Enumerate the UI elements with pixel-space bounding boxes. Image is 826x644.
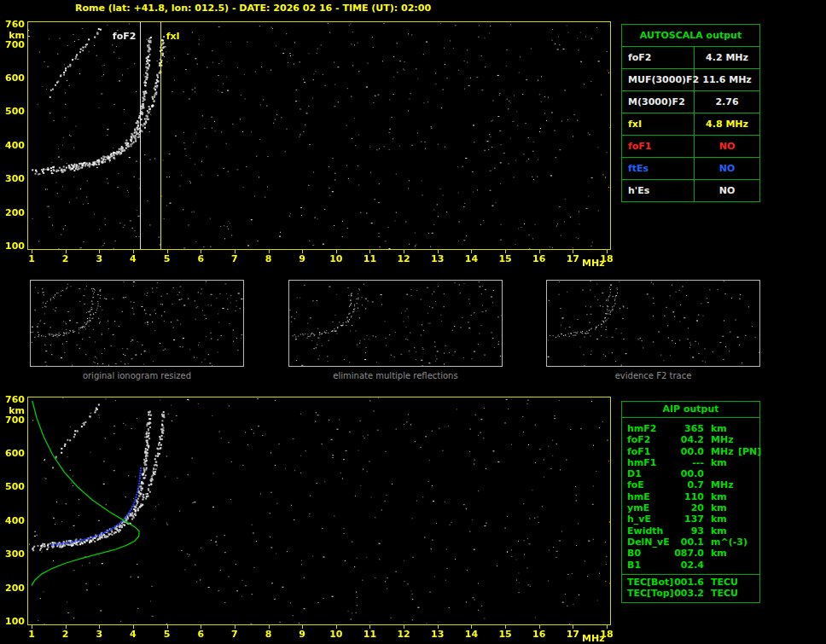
autoscala-row-value: 4.2 MHz — [695, 47, 759, 68]
y-axis-tick-label: 100 — [2, 241, 25, 251]
aip-row-unit: km — [704, 548, 735, 559]
x-axis-tick — [133, 250, 134, 253]
aip-row: TEC[Top]003.2TECU — [627, 588, 759, 599]
autoscala-row-param: M(3000)F2 — [622, 91, 695, 113]
autoscala-output-table: AUTOSCALA output foF24.2 MHzMUF(3000)F21… — [621, 24, 760, 202]
aip-row-unit: TECU — [704, 577, 735, 588]
x-axis-tick — [167, 250, 168, 253]
aip-row-extra — [735, 548, 759, 559]
autoscala-row: foF24.2 MHz — [622, 47, 759, 69]
y-axis-tick-label: 600 — [2, 449, 25, 458]
mini-panel-caption-f2-trace: evidence F2 trace — [546, 371, 760, 380]
y-axis-tick-label: 500 — [2, 107, 25, 116]
ionogram-canvas-bottom — [28, 397, 610, 624]
x-axis-tick-label: 2 — [62, 254, 69, 264]
aip-row: foE0.7MHz — [627, 479, 759, 490]
x-axis-tick — [369, 625, 370, 629]
x-axis-tick — [438, 250, 439, 253]
aip-table-title: AIP output — [622, 402, 759, 418]
x-axis-tick — [235, 250, 236, 253]
aip-row-unit — [704, 560, 735, 571]
x-axis-tick-label: 18 — [600, 629, 613, 639]
autoscala-row-value: NO — [695, 158, 759, 179]
aip-row-unit: MHz — [704, 479, 735, 490]
autoscala-row: M(3000)F22.76 — [622, 91, 759, 113]
mini-panel-no-multiples — [288, 280, 503, 367]
x-axis-tick — [201, 625, 201, 629]
x-axis-tick-label: 1 — [28, 254, 35, 264]
aip-row-extra — [735, 537, 759, 548]
x-axis-tick-label: 10 — [329, 629, 342, 639]
aip-row-unit: km — [704, 457, 735, 468]
autoscala-row: h'EsNO — [622, 180, 759, 201]
aip-row-value: 04.2 — [673, 434, 704, 445]
aip-row-param: hmF1 — [627, 457, 673, 468]
x-axis-tick-label: 9 — [299, 254, 305, 264]
aip-row: B0087.0km — [627, 548, 759, 559]
aip-row-unit: km — [704, 423, 735, 434]
aip-row-value: 93 — [673, 525, 704, 537]
x-axis-tick — [607, 625, 608, 629]
aip-row-extra — [735, 434, 759, 445]
mini-panel-original — [30, 280, 244, 367]
x-axis-tick — [66, 250, 67, 253]
x-axis-tick — [471, 250, 472, 253]
x-axis-tick — [269, 250, 270, 253]
x-axis-tick-label: 13 — [431, 629, 444, 639]
aip-row-param: TEC[Top] — [627, 588, 673, 599]
y-axis-tick-label: 700 — [2, 40, 25, 49]
autoscala-row-param: foF1 — [622, 136, 695, 157]
mini-ionogram-canvas-original — [31, 281, 243, 366]
x-axis-tick — [607, 250, 608, 253]
x-axis-tick-label: 3 — [96, 254, 102, 264]
aip-row-value: --- — [673, 457, 704, 468]
aip-row-value: 365 — [673, 423, 704, 434]
y-axis-unit-label: km — [2, 31, 25, 40]
aip-row-value: 003.2 — [673, 588, 704, 599]
y-axis-tick-label: 400 — [2, 141, 25, 150]
aip-row-param: DelN_vE — [627, 537, 673, 548]
aip-row-param: Ewidth — [627, 525, 673, 537]
autoscala-row-value: NO — [695, 180, 759, 201]
aip-row: TEC[Bot]001.6TECU — [627, 577, 759, 588]
x-axis-tick-label: 7 — [231, 629, 238, 639]
ionogram-canvas-top — [28, 22, 610, 249]
x-axis-tick — [369, 250, 370, 253]
x-axis-tick-label: 17 — [567, 254, 579, 264]
aip-row-unit: km — [704, 491, 735, 502]
x-axis-tick — [32, 625, 32, 629]
x-axis-tick-label: 13 — [431, 254, 444, 264]
aip-row-extra — [735, 491, 759, 502]
autoscala-row: foF1NO — [622, 136, 759, 158]
aip-row-value: 137 — [673, 513, 704, 525]
x-axis-tick-label: 8 — [265, 629, 272, 639]
aip-row-value: 02.4 — [673, 560, 704, 571]
x-axis-tick — [66, 625, 67, 629]
aip-row-unit: km — [704, 525, 735, 537]
y-axis-unit-label: km — [2, 406, 25, 415]
x-axis-tick-label: 12 — [397, 629, 410, 639]
x-axis-tick — [505, 250, 506, 253]
station-header: Rome (lat: +41.8, lon: 012.5) - DATE: 20… — [75, 3, 431, 14]
aip-row-unit: MHz — [704, 446, 735, 457]
autoscala-row-param: MUF(3000)F2 — [622, 69, 695, 90]
aip-row-param: ymE — [627, 502, 673, 513]
x-axis-tick — [471, 625, 472, 629]
x-axis-tick — [99, 250, 100, 253]
aip-row-extra — [735, 423, 759, 434]
aip-row-extra — [735, 560, 759, 571]
mini-ionogram-canvas-no-multiples — [289, 281, 502, 366]
aip-row: DelN_vE00.1m^(-3) — [627, 537, 759, 548]
x-axis-tick-label: 11 — [364, 254, 376, 264]
mini-panel-caption-original: original ionogram resized — [30, 371, 244, 380]
x-axis-tick-label: 6 — [197, 254, 204, 264]
x-axis-tick-label: 16 — [532, 629, 545, 639]
y-axis-tick-label: 600 — [2, 73, 25, 83]
x-axis-tick-label: 2 — [62, 629, 69, 639]
aip-row: foF204.2MHz — [627, 434, 759, 445]
x-axis-tick-label: 10 — [329, 254, 342, 264]
aip-row-param: TEC[Bot] — [627, 577, 673, 588]
x-axis-tick-label: 14 — [465, 254, 478, 264]
x-axis-tick-label: 17 — [567, 629, 579, 639]
x-axis-tick — [302, 625, 303, 629]
